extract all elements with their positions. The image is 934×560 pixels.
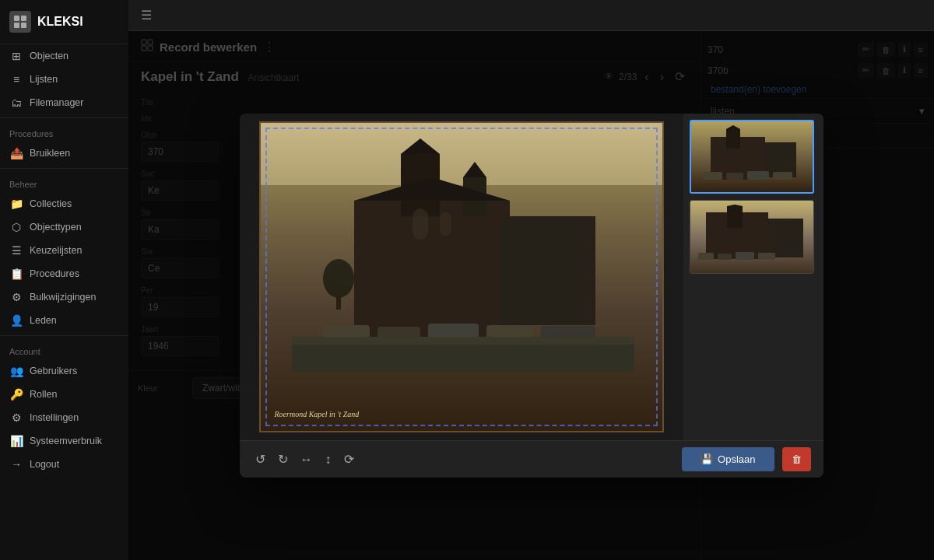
svg-marker-12 — [463, 162, 486, 177]
bulk-icon: ⚙ — [9, 291, 23, 303]
divider-2 — [0, 168, 128, 169]
sidebar-item-collecties[interactable]: 📁 Collecties — [0, 192, 128, 215]
collecties-icon: 📁 — [9, 198, 23, 210]
leden-icon: 👤 — [9, 314, 23, 327]
sidebar-label-procedures: Procedures — [30, 268, 79, 279]
sidebar-item-objecttypen[interactable]: ⬡ Objecttypen — [0, 215, 128, 239]
modal-image-area: Roermond Kapel in 't Zand — [240, 114, 683, 440]
rotate-cw-button[interactable]: ↻ — [275, 449, 291, 470]
sidebar-label-instellingen: Instellingen — [30, 412, 79, 423]
rotate-ccw-button[interactable]: ↺ — [252, 449, 269, 470]
svg-rect-23 — [292, 337, 634, 345]
sidebar-item-procedures[interactable]: 📋 Procedures — [0, 262, 128, 285]
svg-rect-3 — [21, 23, 26, 28]
svg-rect-40 — [736, 252, 754, 260]
sidebar-item-bruikleen[interactable]: 📤 Bruikleen — [0, 142, 128, 165]
flip-v-button[interactable]: ↕ — [322, 449, 335, 470]
thumb-1[interactable] — [690, 120, 814, 194]
main-church-image: Roermond Kapel in 't Zand — [259, 121, 664, 432]
menu-icon[interactable]: ☰ — [141, 8, 152, 23]
app-name: KLEKSI — [37, 15, 83, 29]
save-label: Opslaan — [718, 453, 755, 465]
beheer-section-label: Beheer — [0, 172, 128, 192]
sidebar-label-filemanager: Filemanager — [30, 97, 83, 108]
sidebar-item-filemanager[interactable]: 🗂 Filemanager — [0, 91, 128, 114]
modal-thumbs — [683, 114, 823, 440]
svg-rect-1 — [21, 16, 26, 21]
modal-actions: 💾 Opslaan 🗑 — [682, 447, 810, 471]
procedures-section-label: Procedures — [0, 121, 128, 142]
svg-rect-38 — [698, 253, 714, 260]
logo-icon — [9, 11, 31, 33]
modal-main: Roermond Kapel in 't Zand — [240, 114, 823, 440]
svg-marker-28 — [726, 125, 740, 129]
svg-rect-8 — [354, 201, 510, 341]
divider-1 — [0, 117, 128, 118]
topbar: ☰ — [128, 0, 934, 31]
sidebar-item-rollen[interactable]: 🔑 Rollen — [0, 383, 128, 406]
sidebar-label-objecten: Objecten — [30, 51, 68, 61]
content-row: Record bewerken ⋮ Kapel in 't Zand Ansic… — [128, 31, 934, 560]
svg-rect-25 — [336, 294, 341, 310]
svg-rect-14 — [440, 212, 451, 236]
sidebar-item-keuzelijsten[interactable]: ☰ Keuzelijsten — [0, 239, 128, 262]
sidebar-item-systeemverbruik[interactable]: 📊 Systeemverbruik — [0, 429, 128, 453]
sidebar-item-logout[interactable]: → Logout — [0, 453, 128, 476]
svg-marker-10 — [401, 138, 440, 154]
sidebar-label-rollen: Rollen — [30, 389, 57, 400]
church-svg — [292, 138, 634, 372]
sidebar-label-collecties: Collecties — [30, 198, 72, 209]
svg-rect-31 — [726, 173, 743, 180]
sidebar: KLEKSI ⊞ Objecten ≡ Lijsten 🗂 Filemanage… — [0, 0, 128, 560]
svg-rect-27 — [726, 129, 740, 149]
sidebar-item-instellingen[interactable]: ⚙ Instellingen — [0, 406, 128, 429]
sidebar-label-lijsten: Lijsten — [30, 74, 58, 85]
photo-caption: Roermond Kapel in 't Zand — [275, 410, 360, 418]
systeem-icon: 📊 — [9, 435, 23, 447]
bruikleen-icon: 📤 — [9, 147, 23, 159]
sidebar-label-leden: Leden — [30, 315, 57, 326]
objecten-icon: ⊞ — [9, 50, 23, 62]
svg-rect-32 — [747, 171, 769, 180]
objecttypen-icon: ⬡ — [9, 221, 23, 233]
reset-button[interactable]: ⟳ — [341, 449, 357, 470]
flip-h-button[interactable]: ↔ — [297, 449, 316, 470]
svg-rect-15 — [502, 216, 595, 325]
svg-rect-22 — [292, 341, 634, 372]
thumb-2[interactable] — [690, 200, 814, 274]
instellingen-icon: ⚙ — [9, 411, 23, 424]
rollen-icon: 🔑 — [9, 388, 23, 401]
sidebar-label-objecttypen: Objecttypen — [30, 222, 82, 233]
image-edit-modal: Roermond Kapel in 't Zand — [240, 114, 823, 478]
procedures-icon: 📋 — [9, 268, 23, 280]
sidebar-item-objecten[interactable]: ⊞ Objecten — [0, 44, 128, 68]
keuzelijsten-icon: ☰ — [9, 244, 23, 257]
sidebar-label-systeem: Systeemverbruik — [30, 436, 102, 446]
sidebar-label-bruikleen: Bruikleen — [30, 148, 70, 159]
divider-3 — [0, 335, 128, 336]
svg-point-24 — [323, 259, 354, 298]
sidebar-label-bulk: Bulkwijzigingen — [30, 292, 96, 303]
sidebar-item-lijsten[interactable]: ≡ Lijsten — [0, 68, 128, 91]
lijsten-icon: ≡ — [9, 73, 23, 86]
svg-rect-30 — [703, 172, 722, 180]
sidebar-item-gebruikers[interactable]: 👥 Gebruikers — [0, 359, 128, 383]
gebruikers-icon: 👥 — [9, 365, 23, 377]
svg-rect-37 — [768, 219, 803, 257]
main-layout: ☰ Record bewerken ⋮ — [128, 0, 934, 560]
svg-rect-41 — [758, 253, 775, 260]
sidebar-label-logout: Logout — [30, 459, 59, 470]
delete-button[interactable]: 🗑 — [782, 447, 811, 471]
account-section-label: Account — [0, 339, 128, 359]
svg-rect-33 — [773, 172, 792, 180]
delete-icon: 🗑 — [792, 453, 802, 465]
sidebar-label-keuzelijsten: Keuzelijsten — [30, 245, 82, 256]
save-button[interactable]: 💾 Opslaan — [682, 447, 774, 471]
svg-marker-36 — [727, 205, 743, 206]
sidebar-label-gebruikers: Gebruikers — [30, 366, 77, 376]
sidebar-item-leden[interactable]: 👤 Leden — [0, 309, 128, 332]
logout-icon: → — [9, 458, 23, 471]
app-logo: KLEKSI — [0, 0, 128, 44]
modal-toolbar: ↺ ↻ ↔ ↕ ⟳ 💾 Opslaan 🗑 — [240, 440, 823, 478]
sidebar-item-bulkwijzigingen[interactable]: ⚙ Bulkwijzigingen — [0, 285, 128, 309]
